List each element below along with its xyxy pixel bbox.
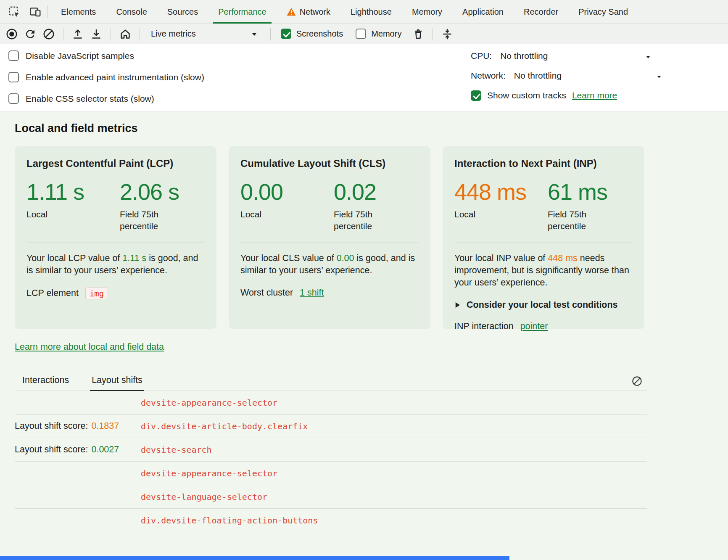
- inp-local-value: 448 ms: [454, 180, 548, 203]
- lcp-card-title: Largest Contentful Paint (LCP): [26, 158, 205, 169]
- vertical-align-icon: [441, 28, 454, 40]
- custom-tracks-row: Show custom tracks Learn more: [471, 90, 658, 101]
- tab-console[interactable]: Console: [106, 0, 157, 24]
- local-field-learn-more-link[interactable]: Learn more about local and field data: [15, 342, 164, 352]
- tab-sources[interactable]: Sources: [157, 0, 208, 24]
- live-metrics-log: Interactions Layout shifts devsite-appea…: [15, 372, 647, 532]
- shift-element-node-link[interactable]: devsite-search: [141, 445, 212, 455]
- lcp-field-label: Field 75th percentile: [120, 209, 175, 232]
- tabbar-divider: [47, 5, 47, 18]
- layout-shift-row[interactable]: div.devsite-floating-action-buttons: [15, 509, 647, 532]
- checkbox-unchecked-icon: [8, 50, 19, 61]
- tab-recorder[interactable]: Recorder: [514, 0, 568, 24]
- metric-card-lcp: Largest Contentful Paint (LCP) 1.11 s Lo…: [15, 146, 216, 329]
- local-test-conditions-disclosure[interactable]: Consider your local test conditions: [454, 300, 633, 310]
- layout-shift-row[interactable]: devsite-appearance-selector: [15, 462, 647, 485]
- shift-element-node-link[interactable]: devsite-appearance-selector: [141, 468, 277, 478]
- layout-shift-row[interactable]: devsite-appearance-selector: [15, 391, 647, 415]
- memory-checkbox[interactable]: Memory: [352, 29, 407, 39]
- toolbar-divider: [270, 28, 271, 40]
- custom-tracks-checkbox[interactable]: [471, 90, 481, 101]
- inp-interaction-label: INP interaction: [454, 321, 514, 332]
- tab-memory[interactable]: Memory: [402, 0, 452, 24]
- inp-local-label: Local: [454, 209, 548, 220]
- inp-interaction-row: INP interaction pointer: [454, 321, 633, 332]
- record-button[interactable]: [4, 26, 19, 42]
- layout-shift-row[interactable]: Layout shift score:0.0027 devsite-search: [15, 438, 647, 462]
- tab-lighthouse[interactable]: Lighthouse: [340, 0, 402, 24]
- home-icon: [119, 28, 132, 40]
- cpu-throttling-select[interactable]: CPU: No throttling: [471, 50, 658, 61]
- learn-more-row: Learn more about local and field data: [15, 342, 647, 352]
- live-metrics-home-button[interactable]: [118, 26, 133, 42]
- inp-interaction-link[interactable]: pointer: [520, 321, 548, 332]
- clear-log-button[interactable]: [630, 374, 644, 388]
- clear-button[interactable]: [41, 26, 56, 42]
- card-divider: [240, 243, 419, 243]
- save-profile-button[interactable]: [89, 26, 104, 42]
- log-tabs: Interactions Layout shifts: [15, 372, 647, 391]
- lcp-local-value: 1.11 s: [26, 180, 120, 203]
- block-icon: [42, 28, 55, 40]
- trash-icon: [412, 28, 425, 40]
- cpu-value: No throttling: [500, 51, 548, 61]
- lcp-element-node-link[interactable]: img: [85, 288, 108, 299]
- tab-application[interactable]: Application: [452, 0, 514, 24]
- checkbox-unchecked-icon: [8, 93, 19, 104]
- download-icon: [90, 28, 103, 40]
- record-and-reload-button[interactable]: [23, 26, 38, 42]
- inp-card-title: Interaction to Next Paint (INP): [454, 158, 633, 169]
- cls-field-label: Field 75th percentile: [334, 209, 389, 232]
- cls-description: Your local CLS value of 0.00 is good, an…: [240, 252, 419, 277]
- live-metrics-view: Local and field metrics Largest Contentf…: [0, 112, 728, 560]
- cls-field-value: 0.02: [334, 180, 389, 203]
- tab-interactions[interactable]: Interactions: [21, 375, 71, 391]
- lcp-element-label: LCP element: [26, 288, 79, 298]
- worst-cluster-link[interactable]: 1 shift: [300, 288, 324, 298]
- tab-performance[interactable]: Performance: [208, 0, 277, 24]
- capture-settings-toggle-button[interactable]: [440, 26, 455, 42]
- tab-layout-shifts[interactable]: Layout shifts: [90, 375, 144, 391]
- tab-privacy-sandbox[interactable]: Privacy Sand: [568, 0, 638, 24]
- inspect-element-button[interactable]: [7, 4, 22, 19]
- toolbar-divider: [433, 28, 433, 40]
- checkbox-unchecked-icon: [356, 29, 366, 39]
- custom-tracks-learn-more-link[interactable]: Learn more: [572, 90, 617, 100]
- lcp-local-label: Local: [26, 209, 120, 220]
- screenshots-checkbox[interactable]: Screenshots: [277, 29, 349, 39]
- load-profile-button[interactable]: [70, 26, 85, 42]
- network-throttling-select[interactable]: Network: No throttling: [471, 70, 658, 81]
- chevron-down-icon: [654, 72, 664, 81]
- history-dropdown[interactable]: Live metrics: [147, 27, 264, 41]
- cpu-label: CPU:: [471, 51, 492, 61]
- collect-garbage-button[interactable]: [411, 26, 426, 42]
- lcp-values: 1.11 s Local 2.06 s Field 75th percentil…: [26, 180, 205, 232]
- cls-values: 0.00 Local 0.02 Field 75th percentile: [240, 180, 419, 232]
- cls-worst-cluster-row: Worst cluster 1 shift: [240, 288, 419, 298]
- horizontal-scrollbar-thumb[interactable]: [0, 556, 509, 560]
- device-toolbar-icon: [29, 5, 42, 18]
- chevron-down-icon: [249, 29, 259, 39]
- toolbar-divider: [140, 28, 140, 40]
- metric-card-cls: Cumulative Layout Shift (CLS) 0.00 Local…: [229, 146, 430, 329]
- inp-values: 448 ms Local 61 ms Field 75th percentile: [454, 180, 633, 232]
- tab-network[interactable]: Network: [277, 0, 340, 24]
- metric-cards: Largest Contentful Paint (LCP) 1.11 s Lo…: [15, 146, 647, 329]
- device-toolbar-button[interactable]: [28, 4, 43, 19]
- inp-field-value: 61 ms: [548, 180, 607, 203]
- layout-shift-row[interactable]: Layout shift score:0.1837 div.devsite-ar…: [15, 415, 647, 438]
- worst-cluster-label: Worst cluster: [240, 288, 293, 298]
- shift-element-node-link[interactable]: devsite-language-selector: [141, 492, 267, 502]
- network-label: Network:: [471, 71, 506, 81]
- inp-description: Your local INP value of 448 ms needs imp…: [454, 252, 633, 289]
- record-icon: [5, 28, 18, 40]
- lcp-element-row: LCP element img: [26, 288, 205, 299]
- shift-element-node-link[interactable]: div.devsite-floating-action-buttons: [141, 515, 318, 526]
- shift-element-node-link[interactable]: div.devsite-article-body.clearfix: [141, 421, 308, 431]
- toolbar-divider: [111, 28, 111, 40]
- chevron-down-icon: [644, 52, 653, 61]
- tab-elements[interactable]: Elements: [51, 0, 106, 24]
- layout-shift-row[interactable]: devsite-language-selector: [15, 485, 647, 509]
- shift-element-node-link[interactable]: devsite-appearance-selector: [141, 398, 277, 408]
- cls-local-value: 0.00: [240, 180, 334, 203]
